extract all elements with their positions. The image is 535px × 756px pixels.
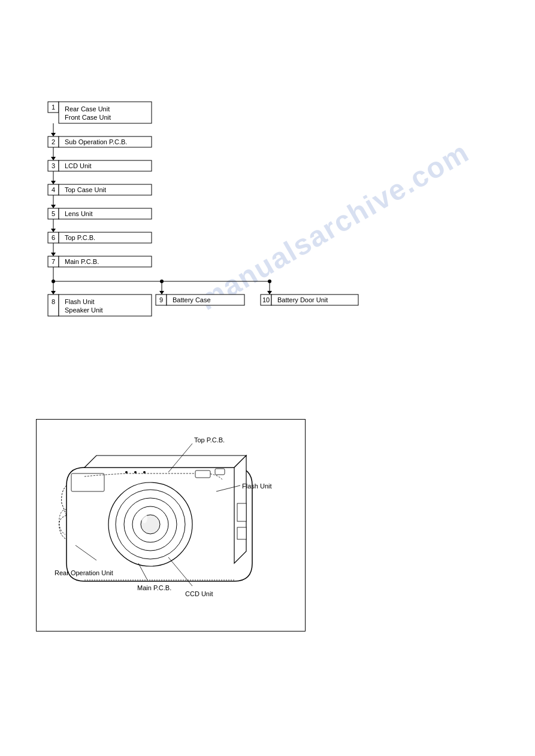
svg-text:6: 6 xyxy=(52,234,55,241)
svg-point-70 xyxy=(141,514,147,523)
svg-point-73 xyxy=(134,471,137,473)
svg-text:7: 7 xyxy=(52,258,55,265)
svg-rect-88 xyxy=(237,527,246,539)
svg-marker-24 xyxy=(51,205,56,208)
svg-marker-45 xyxy=(51,291,56,294)
svg-marker-48 xyxy=(159,291,164,294)
svg-text:3: 3 xyxy=(52,162,55,169)
svg-text:Top P.C.B.: Top P.C.B. xyxy=(194,436,225,444)
svg-marker-36 xyxy=(51,253,56,256)
svg-rect-85 xyxy=(195,470,210,478)
svg-text:4: 4 xyxy=(52,186,55,193)
svg-text:Top P.C.B.: Top P.C.B. xyxy=(65,234,95,241)
svg-marker-18 xyxy=(51,181,56,184)
svg-text:CCD Unit: CCD Unit xyxy=(185,590,213,597)
page-content: manualsarchive.com 1 Rear Case Unit Fron… xyxy=(0,0,535,667)
svg-text:Main P.C.B.: Main P.C.B. xyxy=(137,584,171,591)
svg-marker-6 xyxy=(51,133,56,136)
svg-text:5: 5 xyxy=(52,210,55,217)
svg-text:8: 8 xyxy=(52,298,55,305)
svg-text:10: 10 xyxy=(262,296,270,303)
camera-illustration: Top P.C.B. Flash Unit Rear Operation Uni… xyxy=(49,432,294,617)
svg-marker-30 xyxy=(51,229,56,232)
svg-rect-87 xyxy=(237,503,246,521)
svg-text:Main P.C.B.: Main P.C.B. xyxy=(65,258,99,265)
svg-text:Speaker Unit: Speaker Unit xyxy=(65,306,103,314)
svg-marker-51 xyxy=(267,291,272,294)
svg-text:1: 1 xyxy=(52,104,55,111)
svg-text:9: 9 xyxy=(159,296,163,303)
svg-text:Rear Case Unit: Rear Case Unit xyxy=(65,105,110,113)
svg-point-72 xyxy=(125,471,128,473)
svg-marker-12 xyxy=(51,157,56,160)
svg-text:Front Case Unit: Front Case Unit xyxy=(65,114,111,121)
svg-text:Top Case Unit: Top Case Unit xyxy=(65,186,106,193)
svg-rect-86 xyxy=(215,469,225,475)
svg-text:Lens Unit: Lens Unit xyxy=(65,210,92,217)
svg-text:2: 2 xyxy=(52,138,55,145)
svg-text:Sub Operation P.C.B.: Sub Operation P.C.B. xyxy=(65,138,127,145)
flowchart: 1 Rear Case Unit Front Case Unit 2 Sub O… xyxy=(36,96,499,395)
svg-text:Battery Door Unit: Battery Door Unit xyxy=(277,296,328,303)
camera-diagram: Top P.C.B. Flash Unit Rear Operation Uni… xyxy=(36,419,306,631)
svg-text:Rear Operation Unit: Rear Operation Unit xyxy=(55,569,113,576)
svg-point-74 xyxy=(143,471,146,473)
svg-text:Flash Unit: Flash Unit xyxy=(65,298,95,305)
flowchart-svg: 1 Rear Case Unit Front Case Unit 2 Sub O… xyxy=(36,96,407,395)
svg-text:Battery Case: Battery Case xyxy=(173,296,211,303)
svg-text:Flash Unit: Flash Unit xyxy=(242,482,272,490)
svg-text:LCD Unit: LCD Unit xyxy=(65,162,92,169)
